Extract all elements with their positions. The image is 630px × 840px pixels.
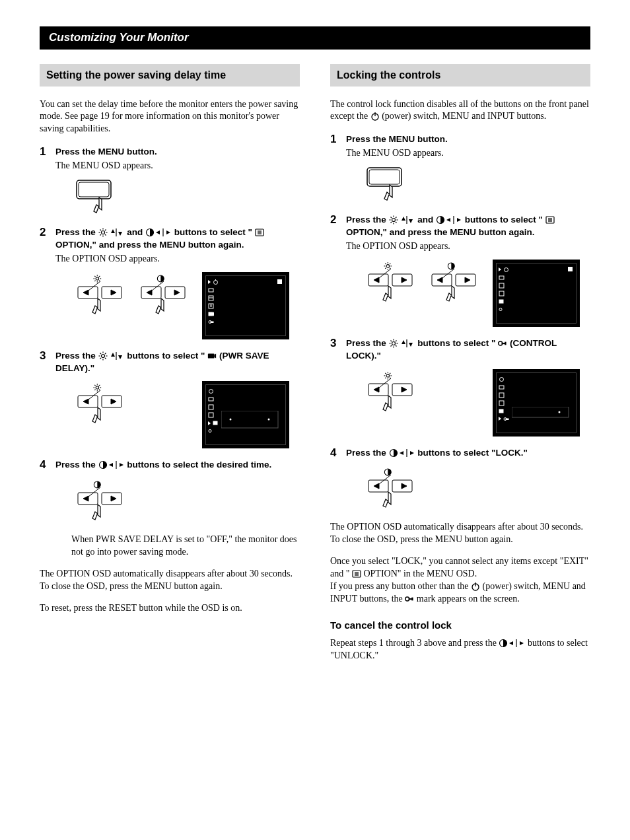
svg-rect-38 [209, 312, 213, 316]
left-step4-title: Press the buttons to select the desired … [55, 459, 300, 472]
right-step4-title: Press the buttons to select "LOCK." [346, 447, 590, 460]
svg-rect-46 [209, 405, 213, 409]
updown-icon [108, 351, 125, 361]
cancel-lock-head: To cancel the control lock [330, 619, 590, 632]
svg-point-81 [559, 411, 561, 413]
svg-rect-40 [211, 322, 213, 323]
left-step3-title: Press the buttons to select " (PWR SAVE … [55, 350, 300, 375]
sun-icon [389, 339, 398, 348]
right-step2-diagram [366, 260, 590, 327]
left-step2-body: The OPTION OSD appears. [55, 253, 300, 265]
right-step3-title: Press the buttons to select " (CONTROL L… [346, 337, 590, 363]
leftright-icon [508, 639, 525, 648]
menu-button-diagram-r [366, 166, 590, 205]
right-auto-close: The OPTION OSD automatically disappears … [330, 521, 590, 546]
svg-point-44 [209, 390, 213, 394]
left-step3-diagram [75, 381, 300, 448]
left-section-title: Setting the power saving delay time [40, 64, 300, 87]
svg-rect-57 [369, 170, 400, 184]
right-step-4: Press the buttons to select "LOCK." [330, 447, 590, 512]
left-intro: You can set the delay time before the mo… [40, 98, 300, 136]
svg-rect-47 [209, 413, 213, 417]
svg-rect-79 [506, 419, 508, 420]
pwrsave-off-note: When PWR SAVE DELAY is set to "OFF," the… [71, 534, 300, 559]
option-icon [255, 228, 264, 237]
updown-icon [398, 339, 415, 348]
button-pair-1 [75, 272, 127, 318]
svg-point-73 [500, 377, 504, 381]
leftright-icon [155, 228, 172, 237]
svg-point-69 [499, 308, 502, 310]
svg-rect-65 [499, 276, 504, 279]
right-step-3: Press the buttons to select " (CONTROL L… [330, 337, 590, 437]
svg-point-30 [214, 280, 218, 284]
leftright-icon [108, 460, 125, 470]
svg-rect-32 [209, 289, 213, 292]
left-step1-title: Press the MENU button. [55, 146, 300, 158]
left-step-1: Press the MENU button. The MENU OSD appe… [40, 146, 300, 217]
osd-screen-pwrsave [202, 381, 289, 448]
banner-title: Customizing Your Monitor [40, 26, 590, 50]
svg-rect-68 [499, 300, 503, 303]
svg-rect-23 [79, 182, 109, 197]
contrast-icon [145, 228, 155, 237]
lock-icon [405, 594, 414, 604]
svg-rect-45 [209, 398, 213, 401]
cancel-lock-body: Repeat steps 1 through 3 above and press… [330, 637, 590, 662]
left-step2-title: Press the and buttons to select " OPTION… [55, 227, 300, 252]
left-auto-close: The OPTION OSD automatically disappears … [40, 568, 300, 593]
right-step-1: Press the MENU button. The MENU OSD appe… [330, 133, 590, 205]
option-icon [352, 569, 361, 578]
contrast-icon [389, 448, 398, 458]
menu-button-diagram [75, 179, 300, 217]
lock-icon [498, 339, 507, 348]
right-step3-diagram [366, 369, 590, 437]
right-column: Locking the controls The control lock fu… [330, 64, 590, 672]
right-step4-diagram [366, 466, 590, 512]
right-step-2: Press the and buttons to select " OPTION… [330, 214, 590, 327]
power-icon [471, 582, 480, 591]
sun-icon [389, 215, 398, 225]
svg-rect-67 [499, 291, 504, 296]
leftright-icon [398, 448, 415, 458]
osd-lock-r [493, 369, 580, 437]
svg-rect-76 [499, 401, 504, 405]
left-steps: Press the MENU button. The MENU OSD appe… [40, 146, 300, 559]
option-icon [545, 215, 555, 225]
sun-icon [98, 228, 108, 237]
right-step1-body: The MENU OSD appears. [346, 147, 590, 160]
power-icon [370, 112, 380, 121]
right-intro: The control lock function disables all o… [330, 98, 590, 123]
pwrsave-icon [207, 351, 217, 361]
right-steps: Press the MENU button. The MENU OSD appe… [330, 133, 590, 512]
left-step-4: Press the buttons to select the desired … [40, 459, 300, 559]
svg-point-49 [209, 430, 211, 433]
button-pair-2 [139, 272, 190, 318]
svg-point-64 [505, 267, 508, 271]
right-section-title: Locking the controls [330, 64, 590, 87]
svg-rect-48 [213, 421, 217, 425]
svg-rect-74 [499, 386, 504, 389]
contrast-icon [98, 460, 108, 470]
columns: Setting the power saving delay time You … [40, 64, 590, 672]
contrast-icon [499, 639, 508, 648]
contrast-icon [436, 215, 445, 225]
svg-point-51 [230, 419, 232, 421]
osd-screen-option [202, 272, 289, 339]
left-reset: To reset, press the RESET button while t… [40, 602, 300, 615]
right-step2-body: The OPTION OSD appears. [346, 240, 590, 253]
left-step4-diagram [75, 478, 300, 524]
left-step2-diagram [75, 272, 300, 339]
left-step-2: Press the and buttons to select " OPTION… [40, 227, 300, 339]
svg-rect-75 [499, 393, 504, 398]
svg-rect-66 [499, 283, 504, 288]
button-single-sun [75, 381, 127, 427]
right-step1-title: Press the MENU button. [346, 133, 590, 146]
right-lock-consequence: Once you select "LOCK," you cannot selec… [330, 555, 590, 606]
updown-icon [108, 228, 125, 237]
right-step2-title: Press the and buttons to select " OPTION… [346, 214, 590, 239]
leftright-icon [445, 215, 462, 225]
updown-icon [398, 215, 415, 225]
svg-point-52 [268, 419, 270, 421]
left-step-3: Press the buttons to select " (PWR SAVE … [40, 350, 300, 449]
